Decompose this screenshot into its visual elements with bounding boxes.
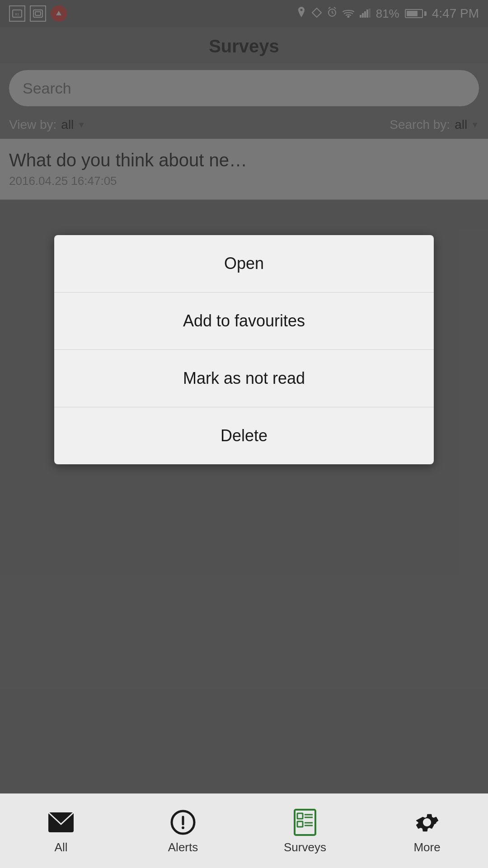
nav-label-surveys: Surveys [284,840,326,854]
nav-label-alerts: Alerts [168,840,198,854]
menu-item-delete[interactable]: Delete [54,407,434,464]
gear-icon [413,808,441,837]
nav-item-alerts[interactable]: Alerts [122,808,244,854]
nav-item-all[interactable]: All [0,808,122,854]
svg-point-20 [182,826,184,829]
menu-item-mark-not-read[interactable]: Mark as not read [54,350,434,407]
nav-item-more[interactable]: More [366,808,488,854]
alert-icon [169,808,197,837]
svg-rect-22 [297,813,303,819]
envelope-icon [47,808,75,837]
context-menu: Open Add to favourites Mark as not read … [54,235,434,464]
svg-rect-25 [297,821,303,827]
nav-label-more: More [413,840,440,854]
nav-item-surveys[interactable]: Surveys [244,808,366,854]
menu-item-add-favourites[interactable]: Add to favourites [54,292,434,350]
surveys-icon [291,808,319,837]
nav-label-all: All [55,840,68,854]
bottom-navigation: All Alerts Surveys [0,793,488,868]
menu-item-open[interactable]: Open [54,235,434,292]
